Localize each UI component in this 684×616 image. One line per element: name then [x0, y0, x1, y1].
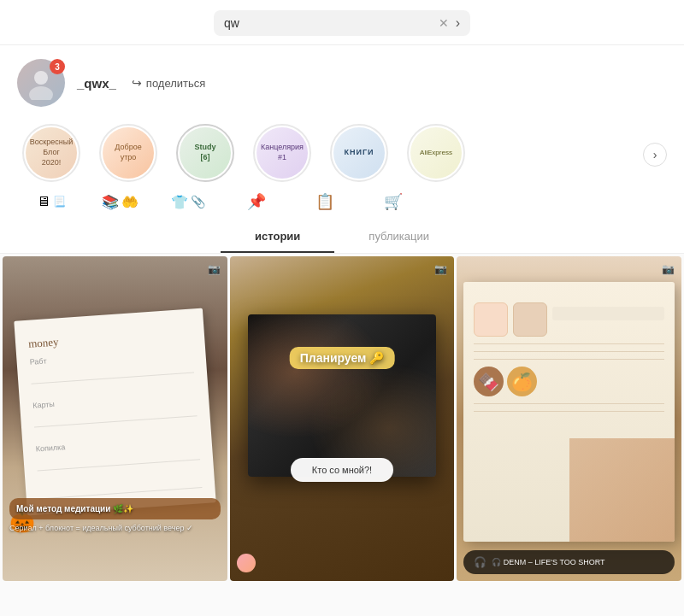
- svg-point-0: [34, 71, 48, 85]
- tab-stories[interactable]: истории: [221, 221, 334, 253]
- profile-section: 3 _qwx_ ↪ поделиться: [0, 45, 684, 115]
- share-button[interactable]: ↪ поделиться: [132, 76, 205, 90]
- highlight-item-aliexpress[interactable]: AliExpress: [402, 124, 470, 185]
- highlight-circle-2: Доброеутро: [99, 124, 157, 182]
- row-2: Карты: [32, 390, 196, 410]
- highlight-circle-5: КНИГИ: [330, 124, 388, 182]
- notification-badge: 3: [50, 59, 65, 74]
- camera-icon-3: 📷: [662, 263, 675, 275]
- highlight-circle-1: ВоскресныйБлог2020!: [22, 124, 80, 182]
- notebook-rows: Рабт Карты Копилка: [29, 347, 203, 510]
- clear-icon[interactable]: ✕: [439, 16, 449, 30]
- notebook-1: money Рабт Карты Копилка: [14, 308, 215, 516]
- icon-screen[interactable]: 🖥📃: [17, 192, 86, 211]
- highlight-item-study[interactable]: Study[6]: [171, 124, 239, 185]
- music-badge-3: 🎧 🎧 DENM – LIFE'S TOO SHORT: [463, 550, 675, 574]
- story-card-3[interactable]: 📷 🍫 🍊: [457, 256, 681, 581]
- search-submit-icon[interactable]: ›: [456, 15, 460, 31]
- highlight-inner-3: Study[6]: [180, 127, 231, 179]
- music-text: 🎧 DENM – LIFE'S TOO SHORT: [492, 558, 604, 566]
- icon-cart[interactable]: 🛒: [359, 192, 428, 211]
- story-2-avatar: [237, 554, 256, 572]
- icon-pin[interactable]: 📌: [222, 192, 291, 211]
- highlight-item-knigi[interactable]: КНИГИ: [325, 124, 393, 185]
- highlight-circle-4: Канцелярия#1: [253, 124, 311, 182]
- tabs-section: истории публикации: [0, 221, 684, 254]
- highlight-inner-5: КНИГИ: [333, 127, 385, 179]
- story-1-bottom: Мой метод медитации 🌿✨ Сериал + блокнот …: [9, 498, 221, 534]
- story-card-2[interactable]: 📷 Планируем 🔑 Кто со мной?!: [230, 256, 455, 581]
- highlight-inner-6: AliExpress: [410, 127, 462, 179]
- svg-point-1: [29, 86, 53, 100]
- profile-username[interactable]: _qwx_: [77, 76, 116, 91]
- share-label: поделиться: [146, 77, 205, 90]
- chevron-right-icon: ›: [653, 148, 657, 161]
- camera-icon-1: 📷: [208, 263, 221, 275]
- row-1: Рабт: [29, 347, 192, 367]
- dialog-text: Кто со мной?!: [308, 465, 376, 475]
- evening-text: Сериал + блокнот = идеальный субботний в…: [9, 523, 221, 534]
- marble-notebook: [248, 314, 437, 477]
- search-input[interactable]: [224, 16, 439, 30]
- highlight-item-dobroe[interactable]: Доброеутро: [94, 124, 162, 185]
- row-3: Копилка: [35, 434, 198, 454]
- highlights-section: ВоскресныйБлог2020! Доброеутро Study[6] …: [0, 115, 684, 185]
- highlight-circle-3: Study[6]: [176, 124, 234, 182]
- highlight-inner-4: Канцелярия#1: [256, 127, 308, 179]
- share-icon: ↪: [132, 76, 142, 90]
- search-bar: ✕ ›: [0, 0, 684, 45]
- camera-icon-2: 📷: [434, 263, 447, 275]
- highlights-scroll: ВоскресныйБлог2020! Доброеутро Study[6] …: [17, 124, 643, 185]
- tab-posts[interactable]: публикации: [334, 221, 463, 253]
- search-container[interactable]: ✕ ›: [214, 10, 470, 36]
- headphones-icon: 🎧: [474, 556, 486, 568]
- highlight-item-kanchelyariya[interactable]: Канцелярия#1: [248, 124, 316, 185]
- avatar-wrapper[interactable]: 3: [17, 59, 65, 107]
- stories-grid: 📷 money Рабт Карты Копилка 🎃 Мой метод м…: [0, 254, 684, 584]
- icon-clipboard[interactable]: 📋: [291, 192, 359, 211]
- highlight-item-voskresny[interactable]: ВоскресныйБлог2020!: [17, 124, 86, 185]
- dialog-bubble: Кто со мной?!: [291, 458, 393, 482]
- highlights-next-button[interactable]: ›: [643, 143, 667, 167]
- planируем-label: Планируем 🔑: [290, 347, 395, 369]
- highlight-circle-6: AliExpress: [407, 124, 465, 182]
- book-pages: 🍫 🍊: [463, 282, 675, 542]
- highlight-inner-1: ВоскресныйБлог2020!: [26, 127, 77, 179]
- story-card-1[interactable]: 📷 money Рабт Карты Копилка 🎃 Мой метод м…: [3, 256, 227, 581]
- meditation-text: Мой метод медитации 🌿✨: [9, 498, 221, 519]
- highlight-inner-2: Доброеутро: [103, 127, 154, 179]
- icon-shirt[interactable]: 👕📎: [154, 192, 222, 211]
- icon-books[interactable]: 📚🤲: [86, 192, 154, 211]
- icons-row: 🖥📃 📚🤲 👕📎 📌 📋 🛒: [0, 185, 684, 221]
